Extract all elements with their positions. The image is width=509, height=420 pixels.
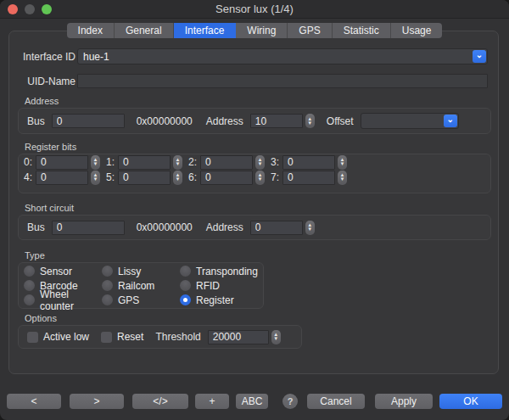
stepper-down-icon[interactable]: ▼ xyxy=(340,177,345,182)
register-bit-1: 1:▲▼ xyxy=(101,155,183,170)
register-bit-0-label: 0: xyxy=(19,156,32,168)
register-bit-4-stepper[interactable]: ▲▼ xyxy=(91,171,100,185)
add-button[interactable]: + xyxy=(195,394,229,409)
register-bit-1-stepper[interactable]: ▲▼ xyxy=(173,155,182,170)
radio-gps[interactable]: GPS xyxy=(102,294,180,307)
sc-address-stepper[interactable]: ▲▼ xyxy=(305,221,315,235)
ok-button[interactable]: OK xyxy=(439,394,502,409)
tab-general[interactable]: General xyxy=(115,23,174,38)
tab-statistic[interactable]: Statistic xyxy=(333,23,391,38)
threshold-stepper[interactable]: ▲▼ xyxy=(271,330,281,344)
uid-name-input[interactable] xyxy=(77,74,488,88)
checkbox-icon xyxy=(27,332,38,343)
register-bit-0-input[interactable] xyxy=(36,155,88,170)
sc-address-input[interactable] xyxy=(250,221,303,235)
sc-bus-input[interactable] xyxy=(52,221,125,235)
chevron-down-icon: ⌄ xyxy=(476,51,483,59)
register-bit-2-stepper[interactable]: ▲▼ xyxy=(255,155,265,170)
tab-usage[interactable]: Usage xyxy=(391,23,443,38)
stepper-down-icon[interactable]: ▼ xyxy=(258,162,263,166)
uid-name-label: UID-Name xyxy=(18,76,76,87)
tab-interface[interactable]: Interface xyxy=(174,23,237,38)
radio-sensor[interactable]: Sensor xyxy=(24,265,102,278)
reset-checkbox[interactable]: Reset xyxy=(101,331,143,343)
interface-id-label: Interface ID xyxy=(18,51,76,63)
register-bit-4-input[interactable] xyxy=(36,171,88,185)
interface-id-combobox[interactable]: hue-1 ⌄ xyxy=(77,48,488,64)
radio-icon xyxy=(24,294,35,305)
interface-id-combo-button[interactable]: ⌄ xyxy=(473,50,486,63)
register-bit-5-stepper[interactable]: ▲▼ xyxy=(173,171,182,185)
active-low-checkbox[interactable]: Active low xyxy=(27,331,89,343)
sc-address-label: Address xyxy=(206,221,243,233)
checkbox-icon xyxy=(101,332,112,343)
traffic-lights xyxy=(8,4,52,14)
tab-index[interactable]: Index xyxy=(67,23,115,38)
help-button[interactable]: ? xyxy=(282,394,298,409)
register-bits-group-box: 0:▲▼ 1:▲▼ 2:▲▼ 3:▲▼ 4:▲▼ 5:▲▼ 6:▲▼ 7:▲▼ xyxy=(18,154,491,193)
stepper-down-icon[interactable]: ▼ xyxy=(93,162,98,166)
radio-register[interactable]: Register xyxy=(180,294,258,307)
radio-lissy[interactable]: Lissy xyxy=(102,265,180,278)
register-bit-2-label: 2: xyxy=(183,156,197,168)
register-bit-5-input[interactable] xyxy=(118,171,171,185)
short-circuit-group: Short circuit Bus 0x00000000 Address ▲▼ xyxy=(18,203,491,240)
radio-icon xyxy=(24,266,35,277)
minimize-button[interactable] xyxy=(25,4,35,14)
address-stepper[interactable]: ▲▼ xyxy=(305,114,315,128)
bus-input[interactable] xyxy=(52,114,125,128)
register-bit-7: 7:▲▼ xyxy=(266,171,348,185)
register-bit-3-stepper[interactable]: ▲▼ xyxy=(338,155,347,170)
register-bit-5-label: 5: xyxy=(101,171,115,183)
register-bit-0-stepper[interactable]: ▲▼ xyxy=(91,155,100,170)
prev-button[interactable]: < xyxy=(7,394,61,409)
cancel-button[interactable]: Cancel xyxy=(307,394,365,409)
stepper-down-icon[interactable]: ▼ xyxy=(176,162,181,166)
tab-wiring[interactable]: Wiring xyxy=(236,23,288,38)
register-bit-6-stepper[interactable]: ▲▼ xyxy=(255,171,265,185)
zoom-button[interactable] xyxy=(42,4,52,14)
close-button[interactable] xyxy=(8,4,18,14)
offset-combobox[interactable]: ⌄ xyxy=(361,113,459,129)
apply-button[interactable]: Apply xyxy=(375,394,433,409)
register-bit-7-input[interactable] xyxy=(282,171,335,185)
radio-icon xyxy=(24,280,35,291)
register-bit-1-input[interactable] xyxy=(118,155,171,170)
offset-combo-button[interactable]: ⌄ xyxy=(444,115,457,127)
stepper-down-icon[interactable]: ▼ xyxy=(273,337,278,341)
register-bit-6-label: 6: xyxy=(183,171,197,183)
short-circuit-group-box: Bus 0x00000000 Address ▲▼ xyxy=(18,215,491,240)
threshold-label: Threshold xyxy=(155,331,200,343)
options-group-title: Options xyxy=(25,313,302,324)
stepper-down-icon[interactable]: ▼ xyxy=(307,121,312,126)
stepper-down-icon[interactable]: ▼ xyxy=(93,177,98,182)
register-bit-2-input[interactable] xyxy=(200,155,253,170)
abc-button[interactable]: ABC xyxy=(236,394,268,409)
threshold-input[interactable] xyxy=(208,330,269,344)
radio-wheel-counter[interactable]: Wheel counter xyxy=(24,294,102,307)
stepper-down-icon[interactable]: ▼ xyxy=(340,162,345,166)
code-button[interactable]: </> xyxy=(132,394,188,409)
radio-icon xyxy=(180,294,191,305)
type-group-box: Sensor Barcode Wheel counter Lissy Railc… xyxy=(18,262,264,309)
stepper-down-icon[interactable]: ▼ xyxy=(258,177,263,182)
radio-icon xyxy=(102,280,113,291)
address-input[interactable] xyxy=(250,114,303,128)
register-bit-6-input[interactable] xyxy=(200,171,253,185)
stepper-down-icon[interactable]: ▼ xyxy=(307,227,312,232)
register-bits-group-title: Register bits xyxy=(25,142,491,153)
radio-icon xyxy=(102,266,113,277)
register-bit-7-stepper[interactable]: ▲▼ xyxy=(338,171,347,185)
tab-gps[interactable]: GPS xyxy=(288,23,332,38)
bus-label: Bus xyxy=(27,115,45,127)
stepper-down-icon[interactable]: ▼ xyxy=(176,177,181,182)
register-bit-2: 2:▲▼ xyxy=(183,155,266,170)
radio-icon xyxy=(180,266,191,277)
address-group: Address Bus 0x00000000 Address ▲▼ Offset… xyxy=(18,96,491,134)
radio-rfid[interactable]: RFID xyxy=(180,279,258,293)
radio-railcom[interactable]: Railcom xyxy=(102,279,180,293)
radio-transponding[interactable]: Transponding xyxy=(180,265,258,278)
next-button[interactable]: > xyxy=(70,394,124,409)
register-bit-3-input[interactable] xyxy=(282,155,335,170)
type-radio-grid: Sensor Barcode Wheel counter Lissy Railc… xyxy=(24,264,258,307)
